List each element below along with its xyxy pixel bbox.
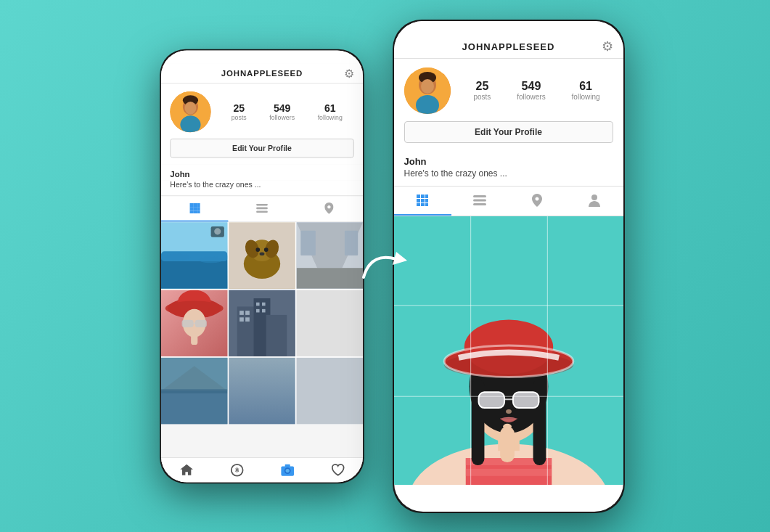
water-photo — [160, 357, 227, 424]
grid-cell-5[interactable] — [229, 290, 295, 356]
left-posts-label: posts — [231, 114, 246, 121]
grid-cell-4[interactable] — [160, 290, 227, 356]
svg-rect-76 — [425, 195, 428, 198]
left-tab-location[interactable] — [295, 196, 363, 221]
right-tab-person[interactable] — [566, 187, 623, 216]
svg-rect-54 — [262, 302, 266, 306]
right-followers-label: followers — [517, 93, 545, 101]
grid-cell-8[interactable] — [229, 357, 295, 424]
grid-cell-6-empty — [296, 290, 363, 356]
arrow-container — [356, 237, 414, 295]
svg-rect-102 — [478, 392, 504, 408]
left-avatar-svg — [170, 91, 210, 131]
right-person-icon — [589, 194, 600, 207]
left-tab-bar — [160, 195, 362, 222]
heart-icon — [330, 463, 344, 477]
left-profile-section: 25 posts 549 followers 61 following E — [160, 83, 362, 164]
svg-rect-6 — [193, 202, 197, 206]
svg-rect-50 — [245, 311, 250, 315]
right-posts-label: posts — [473, 93, 491, 101]
svg-point-73 — [421, 79, 434, 94]
right-profile-section: 25 posts 549 followers 61 following E — [394, 59, 623, 150]
svg-point-86 — [591, 195, 597, 200]
right-avatar — [404, 67, 451, 114]
svg-rect-103 — [512, 392, 538, 408]
left-posts-number: 25 — [231, 102, 246, 114]
list-icon — [256, 203, 268, 212]
left-tab-grid[interactable] — [160, 196, 228, 221]
left-nav-explore[interactable] — [211, 463, 262, 477]
right-avatar-svg — [404, 67, 451, 114]
dog-photo — [229, 222, 295, 289]
left-gear-icon[interactable]: ⚙ — [343, 66, 353, 80]
right-phone: JOHNAPPLESEED ⚙ — [393, 20, 625, 513]
grid-cell-2[interactable] — [229, 222, 295, 289]
ocean-photo — [160, 222, 227, 289]
svg-rect-84 — [473, 199, 486, 201]
right-stats-row: 25 posts 549 followers 61 following — [461, 80, 613, 101]
left-phone-screen: JOHNAPPLESEED ⚙ — [160, 50, 362, 482]
right-edit-profile-button[interactable]: Edit Your Profile — [404, 121, 613, 143]
svg-rect-5 — [189, 202, 193, 206]
building-photo — [229, 290, 295, 356]
svg-rect-34 — [296, 268, 363, 289]
svg-rect-48 — [266, 314, 287, 356]
right-profile-name: John — [394, 150, 623, 168]
left-nav-camera[interactable] — [262, 463, 313, 477]
svg-marker-68 — [393, 252, 407, 265]
right-tab-grid[interactable] — [394, 187, 451, 216]
left-tab-list[interactable] — [228, 196, 295, 221]
left-edit-profile-button[interactable]: Edit Your Profile — [170, 138, 353, 157]
right-location-icon — [532, 194, 542, 207]
svg-rect-8 — [189, 207, 193, 210]
right-full-image-view — [394, 216, 623, 485]
svg-point-109 — [503, 423, 512, 429]
left-nav-heart[interactable] — [312, 463, 363, 477]
woman-small-photo — [160, 290, 227, 356]
right-posts-number: 25 — [473, 80, 491, 93]
left-bottom-nav — [160, 457, 362, 482]
left-nav-home[interactable] — [160, 463, 211, 477]
grid-cell-1[interactable] — [160, 222, 227, 289]
left-stat-followers: 549 followers — [269, 102, 295, 121]
svg-rect-16 — [256, 210, 268, 213]
right-phone-screen: JOHNAPPLESEED ⚙ — [394, 21, 623, 512]
right-profile-bio: Here's to the crazy ones ... — [394, 168, 623, 186]
right-stat-posts: 25 posts — [473, 80, 491, 101]
left-following-number: 61 — [317, 102, 342, 114]
svg-rect-78 — [421, 199, 425, 202]
svg-rect-80 — [417, 203, 420, 206]
right-tab-location[interactable] — [509, 187, 566, 216]
svg-rect-15 — [256, 207, 268, 209]
right-gear-icon[interactable]: ⚙ — [602, 38, 613, 54]
right-stat-followers: 549 followers — [517, 80, 545, 101]
svg-rect-35 — [300, 230, 316, 255]
svg-rect-67 — [284, 464, 290, 467]
grid-cell-3[interactable] — [296, 222, 363, 289]
svg-rect-10 — [197, 207, 200, 210]
svg-rect-51 — [239, 317, 244, 322]
svg-rect-7 — [197, 202, 200, 206]
left-stat-posts: 25 posts — [231, 102, 246, 121]
left-stats-row: 25 posts 549 followers 61 following — [219, 102, 353, 121]
svg-rect-77 — [417, 199, 420, 202]
svg-rect-55 — [255, 308, 259, 312]
right-full-image-svg — [394, 216, 623, 485]
svg-rect-52 — [245, 317, 250, 322]
right-list-icon — [473, 195, 486, 205]
grid-cell-7[interactable] — [160, 357, 227, 424]
left-followers-label: followers — [269, 114, 295, 121]
right-profile-top: 25 posts 549 followers 61 following — [404, 67, 613, 114]
grid-cell-9[interactable] — [296, 357, 363, 424]
svg-rect-42 — [194, 319, 206, 327]
left-phone: JOHNAPPLESEED ⚙ — [160, 49, 364, 483]
svg-rect-41 — [181, 319, 193, 327]
svg-rect-13 — [197, 210, 200, 213]
right-followers-number: 549 — [517, 80, 545, 93]
room-photo — [296, 222, 363, 289]
svg-point-107 — [506, 409, 512, 413]
right-grid-icon — [416, 194, 429, 207]
grid-icon — [189, 202, 200, 214]
right-tab-list[interactable] — [451, 187, 509, 216]
home-icon — [179, 463, 193, 477]
